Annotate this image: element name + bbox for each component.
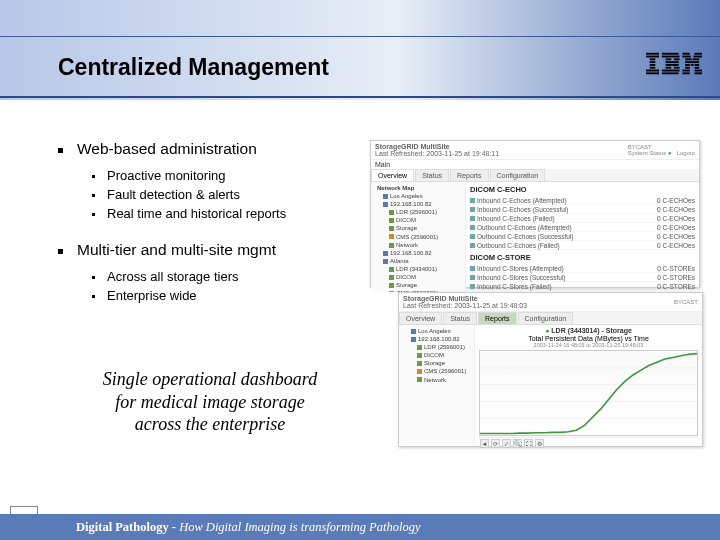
toolbar-fullscreen-icon[interactable]: ⛶ bbox=[524, 439, 533, 448]
svg-rect-26 bbox=[691, 64, 694, 66]
tab-status[interactable]: Status bbox=[443, 312, 477, 324]
svg-rect-28 bbox=[685, 67, 690, 69]
slide: Centralized Management bbox=[0, 0, 720, 540]
svg-rect-25 bbox=[685, 64, 690, 66]
svg-rect-23 bbox=[693, 58, 700, 60]
tab-overview[interactable]: Overview bbox=[371, 169, 414, 181]
tree-node[interactable]: Storage bbox=[396, 282, 417, 288]
highlight-line: Single operational dashboard bbox=[103, 369, 317, 389]
footer-prefix: Digital Pathology - bbox=[76, 520, 179, 534]
tree-node[interactable]: Los Angeles bbox=[390, 193, 423, 199]
tab-overview[interactable]: Overview bbox=[399, 312, 442, 324]
header-divider-bottom bbox=[0, 96, 720, 98]
bullet-l2: Fault detection & alerts bbox=[92, 187, 358, 202]
footer-text: Digital Pathology - How Digital Imaging … bbox=[76, 520, 420, 535]
toolbar-refresh-icon[interactable]: ⟳ bbox=[491, 439, 500, 448]
svg-rect-7 bbox=[646, 72, 659, 74]
chart-toolbar: ◄ ⟳ ⤢ 🔍 ⛶ ⚙ bbox=[479, 437, 698, 449]
tree-title: Network Map bbox=[377, 185, 414, 191]
tree-node[interactable]: Los Angeles bbox=[418, 328, 451, 334]
tree-node[interactable]: 192.168.100.82 bbox=[390, 201, 432, 207]
app-body: Network Map Los Angeles 192.168.100.82 L… bbox=[371, 182, 699, 292]
network-tree[interactable]: Network Map Los Angeles 192.168.100.82 L… bbox=[371, 182, 466, 292]
svg-rect-24 bbox=[685, 61, 699, 63]
metric-row: Outbound C-Echoes (Failed)0 C-ECHOes bbox=[470, 241, 695, 250]
metric-row: Outbound C-Echoes (Attempted)0 C-ECHOes bbox=[470, 223, 695, 232]
bullet-marker-icon bbox=[92, 295, 95, 298]
footer-bar: Digital Pathology - How Digital Imaging … bbox=[0, 514, 720, 540]
bullet-marker-icon bbox=[92, 213, 95, 216]
screenshot-stack: StorageGRID MultiSite Last Refreshed: 20… bbox=[370, 140, 700, 447]
svg-rect-32 bbox=[682, 72, 689, 74]
tree-node[interactable]: Storage bbox=[424, 360, 445, 366]
highlight-callout: Single operational dashboard for medical… bbox=[60, 368, 360, 436]
app-header: StorageGRID MultiSite Last Refreshed: 20… bbox=[371, 141, 699, 160]
tree-node[interactable]: LDR (2596001) bbox=[396, 209, 437, 215]
tree-node[interactable]: LDR (2596001) bbox=[424, 344, 465, 350]
tree-node[interactable]: 192.168.100.82 bbox=[418, 336, 460, 342]
bullet-text: Enterprise wide bbox=[107, 288, 197, 303]
toolbar-settings-icon[interactable]: ⚙ bbox=[535, 439, 544, 448]
metric-row: Inbound C-Stores (Failed)0 C-STOREs bbox=[470, 282, 695, 291]
svg-rect-14 bbox=[666, 67, 672, 69]
last-refreshed: Last Refreshed: 2003-11-25 at 19:48:03 bbox=[403, 302, 527, 309]
tree-node[interactable]: Storage bbox=[396, 225, 417, 231]
bullet-marker-icon bbox=[92, 276, 95, 279]
chart-title: LDR (3443014) - Storage bbox=[551, 327, 632, 334]
svg-rect-1 bbox=[646, 56, 659, 58]
sub-bullets: Proactive monitoring Fault detection & a… bbox=[92, 168, 358, 221]
screenshot-report: StorageGRID MultiSite Last Refreshed: 20… bbox=[398, 292, 703, 447]
svg-rect-33 bbox=[695, 72, 702, 74]
tree-node[interactable]: Atlanta bbox=[390, 258, 409, 264]
tab-reports[interactable]: Reports bbox=[478, 312, 517, 324]
bullet-l1: Web-based administration bbox=[58, 140, 358, 158]
tree-node[interactable]: CMS (2596001) bbox=[424, 368, 466, 374]
tree-node[interactable]: DICOM bbox=[424, 352, 444, 358]
svg-rect-13 bbox=[666, 64, 679, 66]
tree-node[interactable]: DICOM bbox=[396, 217, 416, 223]
app-title: StorageGRID MultiSite bbox=[375, 143, 450, 150]
detail-panel: DICOM C-ECHO Inbound C-Echoes (Attempted… bbox=[466, 182, 699, 292]
tab-bar: Overview Status Reports Configuration bbox=[371, 169, 699, 182]
app-body: Los Angeles 192.168.100.82 LDR (2596001)… bbox=[399, 325, 702, 443]
header-divider-top bbox=[0, 36, 720, 37]
toolbar-prev-icon[interactable]: ◄ bbox=[480, 439, 489, 448]
last-refreshed: Last Refreshed: 2003-11-25 at 19:48:11 bbox=[375, 150, 499, 157]
tab-reports[interactable]: Reports bbox=[450, 169, 489, 181]
screenshot-overview: StorageGRID MultiSite Last Refreshed: 20… bbox=[370, 140, 700, 288]
tree-node[interactable]: Network bbox=[424, 377, 446, 383]
svg-rect-22 bbox=[685, 58, 692, 60]
tab-configuration[interactable]: Configuration bbox=[518, 312, 574, 324]
logout-link[interactable]: Logout bbox=[677, 150, 695, 156]
svg-rect-20 bbox=[682, 56, 690, 58]
svg-rect-27 bbox=[695, 64, 700, 66]
toolbar-expand-icon[interactable]: ⤢ bbox=[502, 439, 511, 448]
network-tree[interactable]: Los Angeles 192.168.100.82 LDR (2596001)… bbox=[399, 325, 475, 443]
metric-row: Inbound C-Stores (Successful)0 C-STOREs bbox=[470, 273, 695, 282]
svg-rect-3 bbox=[650, 61, 656, 63]
tree-node[interactable]: Network bbox=[396, 242, 418, 248]
svg-rect-5 bbox=[650, 67, 656, 69]
bullet-text: Proactive monitoring bbox=[107, 168, 226, 183]
toolbar-zoom-icon[interactable]: 🔍 bbox=[513, 439, 522, 448]
highlight-line: for medical image storage bbox=[115, 392, 304, 412]
tab-configuration[interactable]: Configuration bbox=[490, 169, 546, 181]
footer-italic: How Digital Imaging is transforming Path… bbox=[179, 520, 420, 534]
tab-status[interactable]: Status bbox=[415, 169, 449, 181]
tree-node[interactable]: 192.168.100.82 bbox=[390, 250, 432, 256]
tree-node[interactable]: DICOM bbox=[396, 274, 416, 280]
system-status-label: System Status bbox=[628, 150, 667, 156]
app-header-left: StorageGRID MultiSite Last Refreshed: 20… bbox=[403, 295, 527, 309]
bullet-text: Real time and historical reports bbox=[107, 206, 286, 221]
ibm-logo bbox=[646, 52, 702, 80]
tree-node[interactable]: CMS (2596001) bbox=[396, 234, 438, 240]
app-header-right: BYCAST System Status ● Logout bbox=[628, 144, 695, 156]
svg-rect-11 bbox=[674, 58, 680, 60]
metric-row: Inbound C-Echoes (Failed)0 C-ECHOes bbox=[470, 214, 695, 223]
svg-rect-29 bbox=[695, 67, 700, 69]
sub-bullets: Across all storage tiers Enterprise wide bbox=[92, 269, 358, 303]
svg-rect-17 bbox=[662, 72, 679, 74]
svg-rect-9 bbox=[662, 56, 680, 58]
tree-node[interactable]: LDR (3434001) bbox=[396, 266, 437, 272]
panel-title: DICOM C-ECHO bbox=[470, 185, 695, 194]
